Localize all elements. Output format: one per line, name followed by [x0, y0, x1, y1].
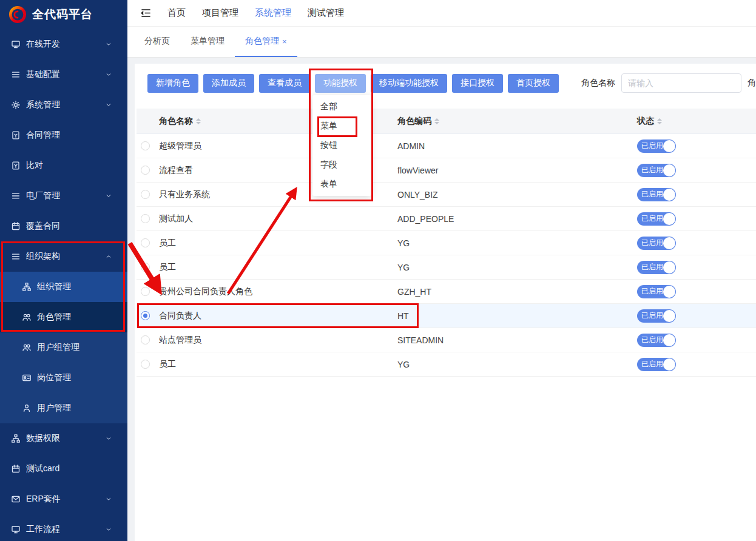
chevron-down-icon [105, 71, 112, 78]
toolbar-button-功能授权[interactable]: 功能授权 [315, 74, 366, 93]
sidebar-item-组织管理[interactable]: 组织管理 [0, 272, 127, 302]
sidebar-item-覆盖合同[interactable]: 覆盖合同 [0, 211, 127, 241]
sidebar-item-系统管理[interactable]: 系统管理 [0, 90, 127, 120]
table-row-ONLY_BIZ[interactable]: 只有业务系统ONLY_BIZ已启用 [137, 183, 756, 207]
row-radio[interactable] [141, 214, 150, 223]
status-label: 已启用 [641, 335, 663, 345]
table-row-YG[interactable]: 员工YG已启用 [137, 231, 756, 255]
sidebar-item-label: 覆盖合同 [26, 221, 60, 232]
sidebar-item-角色管理[interactable]: 角色管理 [0, 302, 127, 332]
column-header-状态[interactable]: 状态 [637, 116, 756, 127]
toggle-knob [663, 310, 675, 322]
table-row-flowViewer[interactable]: 流程查看flowViewer已启用 [137, 158, 756, 183]
org-icon [21, 282, 32, 292]
status-toggle[interactable]: 已启用 [637, 309, 676, 323]
menu-fold-icon[interactable] [140, 7, 152, 19]
role-name-cell: 站点管理员 [159, 335, 397, 346]
status-toggle[interactable]: 已启用 [637, 139, 676, 153]
row-radio[interactable] [141, 287, 150, 296]
toolbar-buttons: 新增角色添加成员查看成员功能授权移动端功能授权接口授权首页授权 [147, 74, 564, 93]
table-row-ADD_PEOPLE[interactable]: 测试加人ADD_PEOPLE已启用 [137, 207, 756, 231]
row-radio[interactable] [141, 311, 150, 320]
table-row-HT[interactable]: 合同负责人HT已启用 [137, 304, 756, 328]
sidebar-item-测试card[interactable]: 测试card [0, 454, 127, 484]
org-icon [10, 434, 21, 444]
toolbar-button-首页授权[interactable]: 首页授权 [508, 74, 559, 93]
role-code-cell: HT [397, 311, 637, 321]
row-radio[interactable] [141, 190, 150, 199]
sidebar: 全代码平台 在线开发基础配置系统管理合同管理比对电厂管理覆盖合同组织架构组织管理… [0, 0, 127, 541]
dropdown-item-表单[interactable]: 表单 [312, 175, 371, 194]
sort-carets-icon[interactable] [657, 118, 662, 124]
row-radio[interactable] [141, 141, 150, 150]
tab-角色管理[interactable]: 角色管理× [235, 27, 297, 57]
toolbar-button-添加成员[interactable]: 添加成员 [203, 74, 254, 93]
toolbar-button-移动端功能授权[interactable]: 移动端功能授权 [371, 74, 447, 93]
status-toggle[interactable]: 已启用 [637, 358, 676, 371]
sort-carets-icon[interactable] [434, 118, 439, 124]
role-name-cell: 员工 [159, 262, 397, 273]
tab-close-icon[interactable]: × [282, 37, 287, 46]
tab-分析页[interactable]: 分析页 [134, 27, 180, 57]
sidebar-item-label: 比对 [26, 160, 43, 171]
row-radio[interactable] [141, 263, 150, 272]
toolbar-button-查看成员[interactable]: 查看成员 [259, 74, 310, 93]
topnav-item-测试管理[interactable]: 测试管理 [308, 7, 344, 18]
topnav-item-首页[interactable]: 首页 [167, 7, 186, 18]
table-row-YG[interactable]: 员工YG已启用 [137, 255, 756, 280]
row-radio[interactable] [141, 238, 150, 247]
table-header-row: 角色名称角色编码状态 [137, 109, 756, 134]
dropdown-item-按钮[interactable]: 按钮 [312, 136, 371, 155]
role-name-input[interactable] [621, 73, 741, 93]
sidebar-item-在线开发[interactable]: 在线开发 [0, 29, 127, 59]
row-radio[interactable] [141, 166, 150, 175]
idcard-icon [21, 373, 32, 383]
tab-label: 分析页 [144, 36, 170, 47]
app-logo-icon [8, 5, 27, 24]
sidebar-item-工作流程[interactable]: 工作流程 [0, 514, 127, 541]
dropdown-item-全部[interactable]: 全部 [312, 97, 371, 116]
sidebar-item-label: 角色管理 [37, 312, 71, 323]
row-radio[interactable] [141, 360, 150, 369]
status-toggle[interactable]: 已启用 [637, 212, 676, 226]
chevron-down-icon [105, 526, 112, 533]
sidebar-item-用户管理[interactable]: 用户管理 [0, 393, 127, 423]
chevron-down-icon [105, 101, 112, 109]
sidebar-item-label: 数据权限 [26, 433, 60, 444]
sidebar-item-label: 用户管理 [37, 403, 71, 414]
toolbar-button-新增角色[interactable]: 新增角色 [147, 74, 198, 93]
sort-carets-icon[interactable] [196, 118, 201, 124]
status-toggle[interactable]: 已启用 [637, 261, 676, 274]
table-row-YG[interactable]: 员工YG已启用 [137, 352, 756, 377]
dropdown-item-菜单[interactable]: 菜单 [312, 116, 371, 136]
sidebar-item-岗位管理[interactable]: 岗位管理 [0, 363, 127, 393]
sidebar-item-基础配置[interactable]: 基础配置 [0, 59, 127, 90]
dropdown-item-字段[interactable]: 字段 [312, 155, 371, 175]
status-toggle[interactable]: 已启用 [637, 334, 676, 347]
table-row-SITEADMIN[interactable]: 站点管理员SITEADMIN已启用 [137, 328, 756, 352]
chevron-down-icon [105, 41, 112, 48]
sidebar-item-组织架构[interactable]: 组织架构 [0, 241, 127, 272]
sidebar-item-用户组管理[interactable]: 用户组管理 [0, 332, 127, 363]
sidebar-item-label: 组织管理 [37, 281, 71, 292]
toolbar-button-接口授权[interactable]: 接口授权 [452, 74, 503, 93]
sidebar-item-数据权限[interactable]: 数据权限 [0, 423, 127, 454]
topnav-item-系统管理[interactable]: 系统管理 [255, 7, 291, 18]
table-row-ADMIN[interactable]: 超级管理员ADMIN已启用 [137, 134, 756, 158]
sidebar-item-比对[interactable]: 比对 [0, 150, 127, 181]
main-area: 首页项目管理系统管理测试管理 分析页菜单管理角色管理× 新增角色添加成员查看成员… [127, 0, 756, 541]
sidebar-item-ERP套件[interactable]: ERP套件 [0, 484, 127, 514]
status-toggle[interactable]: 已启用 [637, 164, 676, 177]
status-toggle[interactable]: 已启用 [637, 285, 676, 298]
row-radio[interactable] [141, 335, 150, 344]
calendar-icon [10, 464, 21, 474]
column-header-角色编码[interactable]: 角色编码 [397, 116, 637, 127]
sidebar-item-电厂管理[interactable]: 电厂管理 [0, 181, 127, 211]
tab-菜单管理[interactable]: 菜单管理 [180, 27, 235, 57]
sidebar-item-合同管理[interactable]: 合同管理 [0, 120, 127, 150]
topnav-item-项目管理[interactable]: 项目管理 [202, 7, 238, 18]
table-row-GZH_HT[interactable]: 贵州公司合同负责人角色GZH_HT已启用 [137, 280, 756, 304]
menu-lines-icon [10, 191, 21, 201]
status-toggle[interactable]: 已启用 [637, 237, 676, 250]
status-toggle[interactable]: 已启用 [637, 188, 676, 201]
